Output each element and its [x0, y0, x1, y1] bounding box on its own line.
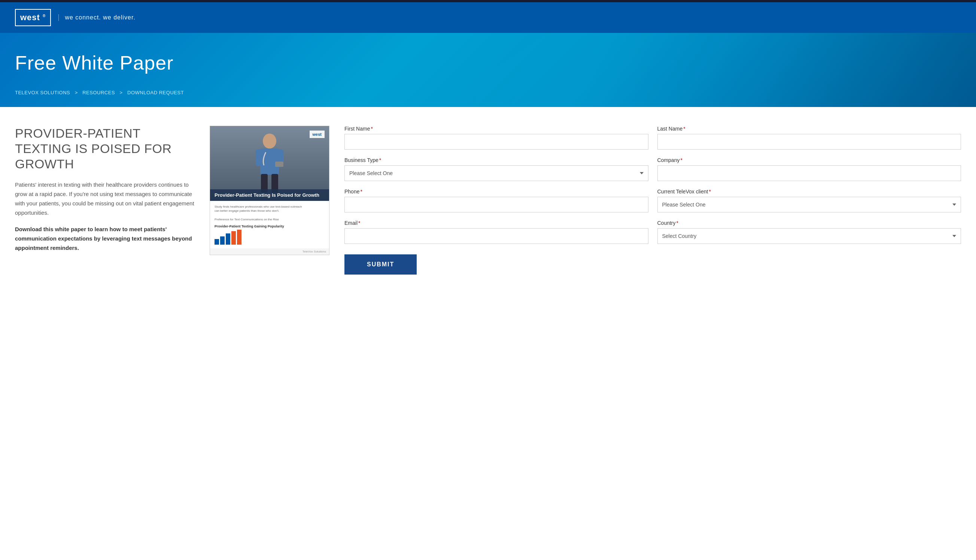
email-label: Email* [344, 220, 648, 226]
wp-caption: Provider-Patient Texting Is Poised for G… [210, 189, 329, 201]
svg-rect-2 [256, 149, 261, 166]
whitepaper-image: west Provider-Patient Texting Is Poised … [210, 126, 329, 255]
email-input[interactable] [344, 228, 648, 244]
wp-body: Study finds healthcare professionals who… [210, 201, 329, 248]
country-select[interactable]: Select Country United States Canada Unit… [657, 228, 961, 244]
wp-chart-area: Provider-Patient Texting Gaining Popular… [214, 225, 324, 245]
main-content: PROVIDER-PATIENT TEXTING IS POISED FOR G… [0, 107, 976, 293]
logo-reg: ® [43, 14, 46, 18]
breadcrumb-item-1[interactable]: TELEVOX SOLUTIONS [15, 90, 70, 95]
last-name-label: Last Name* [657, 126, 961, 132]
breadcrumb-sep-1: > [75, 90, 78, 95]
wp-bar-2 [220, 237, 225, 245]
form-group-email: Email* [344, 220, 648, 244]
business-type-select[interactable]: Please Select One Hospital Physician Pra… [344, 165, 648, 181]
company-input[interactable] [657, 165, 961, 181]
svg-point-0 [263, 133, 276, 148]
form-row-name: First Name* Last Name* [344, 126, 961, 150]
svg-rect-4 [275, 162, 283, 167]
breadcrumb-sep-2: > [120, 90, 123, 95]
page-title: Free White Paper [15, 52, 961, 74]
wp-body-text: Study finds healthcare professionals who… [214, 205, 324, 222]
first-name-input[interactable] [344, 134, 648, 150]
wp-bar-4 [231, 231, 236, 245]
registration-form: First Name* Last Name* Business Type* [344, 126, 961, 275]
form-group-business-type: Business Type* Please Select One Hospita… [344, 157, 648, 181]
breadcrumb: TELEVOX SOLUTIONS > RESOURCES > DOWNLOAD… [15, 89, 961, 96]
logo: west ® [15, 9, 51, 26]
business-type-label: Business Type* [344, 157, 648, 163]
wp-bar-3 [226, 233, 230, 245]
form-group-last-name: Last Name* [657, 126, 961, 150]
first-name-label: First Name* [344, 126, 648, 132]
form-row-email-country: Email* Country* Select Country United St… [344, 220, 961, 244]
country-label: Country* [657, 220, 961, 226]
doctor-svg [253, 130, 286, 197]
article-column: PROVIDER-PATIENT TEXTING IS POISED FOR G… [15, 126, 195, 253]
phone-label: Phone* [344, 188, 648, 195]
wp-chart-bars [214, 230, 324, 245]
whitepaper-image-column: west Provider-Patient Texting Is Poised … [210, 126, 329, 255]
form-row-business: Business Type* Please Select One Hospita… [344, 157, 961, 181]
registration-form-column: First Name* Last Name* Business Type* [344, 126, 961, 275]
breadcrumb-item-2[interactable]: RESOURCES [82, 90, 115, 95]
hero-section: Free White Paper TELEVOX SOLUTIONS > RES… [0, 33, 976, 107]
televox-client-label: Current TeleVox client* [657, 188, 961, 195]
site-header: west ® we connect. we deliver. [0, 2, 976, 33]
article-title: PROVIDER-PATIENT TEXTING IS POISED FOR G… [15, 126, 195, 171]
phone-input[interactable] [344, 197, 648, 212]
breadcrumb-current: DOWNLOAD REQUEST [127, 90, 184, 95]
wp-badge: west [309, 130, 324, 138]
form-group-country: Country* Select Country United States Ca… [657, 220, 961, 244]
form-group-phone: Phone* [344, 188, 648, 212]
form-row-phone: Phone* Current TeleVox client* Please Se… [344, 188, 961, 212]
form-group-first-name: First Name* [344, 126, 648, 150]
article-body-1: Patients' interest in texting with their… [15, 180, 195, 217]
form-submit-row: SUBMIT [344, 252, 961, 275]
submit-button[interactable]: SUBMIT [344, 254, 417, 275]
wp-footer: TeleVox Solutions [210, 248, 329, 255]
last-name-input[interactable] [657, 134, 961, 150]
televox-client-select[interactable]: Please Select One Yes No [657, 197, 961, 212]
tagline: we connect. we deliver. [58, 14, 135, 21]
form-group-company: Company* [657, 157, 961, 181]
wp-chart-title: Provider-Patient Texting Gaining Popular… [214, 225, 324, 228]
logo-text: west [20, 13, 40, 22]
form-group-televox-client: Current TeleVox client* Please Select On… [657, 188, 961, 212]
company-label: Company* [657, 157, 961, 163]
wp-bar-1 [214, 239, 219, 245]
wp-bar-5 [237, 230, 241, 245]
whitepaper-image-top: west Provider-Patient Texting Is Poised … [210, 126, 329, 201]
article-body-2: Download this white paper to learn how t… [15, 225, 195, 253]
wp-chart: Provider-Patient Texting Gaining Popular… [214, 225, 324, 245]
